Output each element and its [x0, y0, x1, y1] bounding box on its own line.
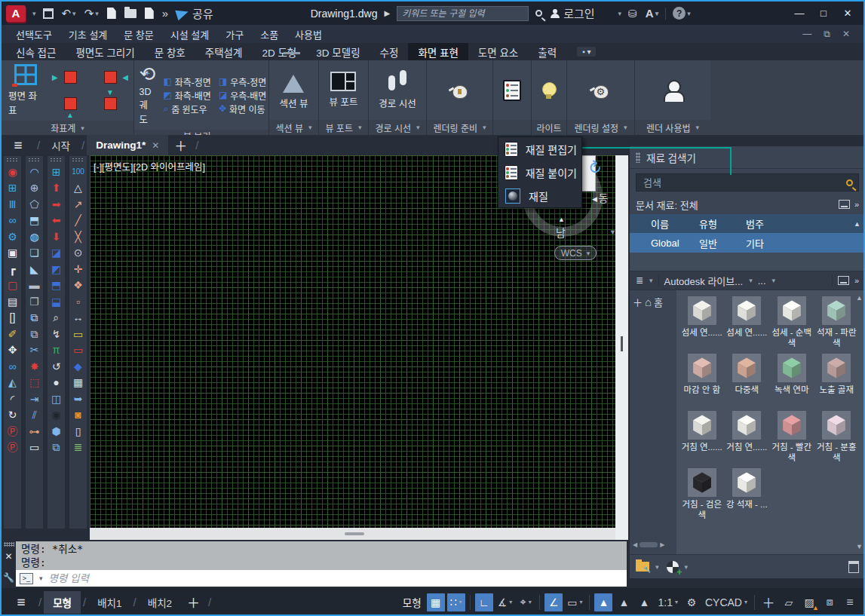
annotation-scale-button[interactable]: ▲ [635, 593, 653, 611]
layout-tab-배치2[interactable]: 배치2 [139, 591, 181, 614]
diagonal-line-icon[interactable]: ╱ [69, 213, 87, 229]
object-snap-tracking-button[interactable]: ⌖▾ [517, 593, 535, 611]
ribbon-tab[interactable]: 신속 접근 [6, 43, 66, 60]
tree-horizontal-scrollbar[interactable]: ◀ ▶ [633, 541, 673, 548]
cone-sphere-icon[interactable]: ◣ [26, 261, 43, 277]
fence-icon[interactable]: Ⅲ [4, 196, 21, 213]
orbit-3d-button[interactable]: ⟲ 3D궤도 [136, 63, 159, 127]
orbit-icon[interactable]: ↺ [48, 358, 65, 375]
keyword-search-input[interactable] [397, 6, 529, 21]
materials-browser-titlebar[interactable]: 재료 검색기 [630, 146, 865, 169]
library-select-dropdown[interactable]: Autodesk 라이브...▾ [664, 274, 753, 288]
move-icon[interactable]: ✥ [4, 342, 21, 359]
viewport-controls-label[interactable]: [-][평면도][2D 와이어프레임] [94, 159, 205, 173]
small-square-icon[interactable]: ▫ [69, 293, 87, 310]
doc-materials-expand-icon[interactable]: » [854, 200, 859, 209]
scroll-right-icon[interactable]: ▶ [660, 541, 664, 548]
compass-menu-chevron-icon[interactable]: ▼ [609, 228, 615, 236]
preview-options-icon[interactable] [848, 561, 859, 573]
document-icon[interactable]: ▯ [69, 423, 87, 440]
iso-view-se-icon[interactable]: ⬒ [48, 277, 65, 294]
toolbar-grip-icon[interactable] [6, 158, 19, 162]
display-mode-icon[interactable] [839, 200, 850, 209]
dim-linear-icon[interactable]: ↔ [69, 310, 87, 326]
horizontal-scrollbar[interactable] [90, 528, 615, 540]
render-usage-button[interactable] [659, 78, 686, 103]
snap-mode-button[interactable]: ∷▾ [447, 593, 465, 611]
add-status-item-button[interactable]: ＋ [759, 593, 778, 611]
grid-display-button[interactable]: ▦ [427, 593, 445, 611]
grip-dots-icon[interactable] [4, 542, 14, 547]
settings-gear-button[interactable]: ⚙ [682, 593, 701, 611]
material-thumbnail[interactable]: 섬세 - 순백색 [771, 296, 813, 349]
login-button[interactable]: 로그인 [549, 5, 596, 21]
menu-item-재질-붙이기[interactable]: 재질 붙이기 [498, 161, 581, 184]
layout-tab-모형[interactable]: 모형 [44, 591, 81, 614]
fillet-icon[interactable]: ◜ [4, 391, 21, 407]
cylinder-icon[interactable]: ⬢ [48, 423, 65, 440]
library-view-icon[interactable] [838, 276, 849, 285]
view-from-top-button[interactable]: ▼ [90, 91, 130, 117]
sort-ascending-icon[interactable]: ▲ [854, 220, 865, 228]
camera-icon[interactable]: ◉ [48, 407, 65, 424]
material-thumbnail[interactable]: 거침 - 검은색 [681, 468, 723, 521]
ortho-mode-button[interactable]: ∟ [475, 593, 493, 611]
vertical-scroll-thumb[interactable] [621, 336, 623, 351]
toolbar-overflow-chevron-icon[interactable]: » [161, 7, 170, 20]
view-up-icon[interactable]: ⬆ [48, 180, 65, 197]
copy-loop-icon[interactable]: ∞ [4, 358, 21, 375]
doc-restore-button[interactable]: ⧉ [824, 29, 830, 39]
library-expand-icon[interactable]: » [854, 276, 859, 285]
polyline-edit-1-icon[interactable]: Ⓟ [4, 423, 21, 440]
render-settings-button[interactable]: ⚙ [587, 81, 615, 100]
clean-screen-button[interactable]: ⧈ [821, 593, 839, 611]
section-view-button[interactable]: 섹션 뷰 [277, 69, 311, 112]
vertical-scrollbar[interactable] [615, 155, 628, 540]
create-material-button[interactable]: ▾ [667, 561, 689, 573]
ribbon-tab[interactable]: 평면도 그리기 [66, 43, 144, 60]
toolbar-grip-icon[interactable] [50, 158, 63, 162]
material-thumbnail[interactable]: 섬세 연...... [681, 296, 723, 349]
window-blue-icon[interactable]: ⊞ [48, 164, 65, 180]
render-prep-panel-label[interactable]: 렌더링 준비▾ [427, 120, 492, 135]
light-panel-label[interactable]: 라이트 [532, 120, 566, 135]
search-button[interactable] [534, 10, 544, 17]
loft-icon[interactable]: ◍ [26, 228, 43, 245]
circle-center-icon[interactable]: ⊕ [26, 180, 43, 197]
cubes-blue-icon[interactable]: ⧉ [26, 310, 43, 326]
dynamic-input-button[interactable]: ▭▾ [565, 593, 584, 611]
redo-button[interactable]: ↷▾ [83, 7, 100, 20]
chevron-down-icon[interactable]: ▾ [579, 599, 582, 605]
menu-item[interactable]: 가구 [219, 26, 250, 43]
ribbon-tab[interactable]: 수정 [370, 43, 409, 60]
plan-coordinates-button[interactable]: 평면 좌표 [5, 63, 46, 118]
polygon-icon[interactable]: ⬠ [26, 196, 43, 213]
point-ring-icon[interactable]: ❖ [69, 277, 87, 294]
tab-drawing1[interactable]: Drawing1*✕ [87, 135, 168, 155]
block-icon[interactable]: ▤ [4, 293, 21, 310]
snap-angle-button[interactable]: ∠ [544, 593, 563, 611]
crosshair-icon[interactable]: ✛ [69, 261, 87, 277]
view-down-icon[interactable]: ⬇ [48, 228, 65, 245]
material-thumbnail[interactable]: 마감 안 함 [681, 354, 723, 406]
connector-icon[interactable]: ↗ [69, 196, 87, 213]
material-thumbnail[interactable]: 거침 연...... [726, 411, 768, 464]
panel-grip-icon[interactable] [636, 152, 640, 163]
help-button[interactable]: ?▾ [671, 7, 692, 20]
menu-item[interactable]: 문 창문 [117, 26, 161, 43]
model-space-label[interactable]: 모형 [403, 595, 422, 610]
menu-item[interactable]: 기초 설계 [62, 26, 114, 43]
thumbs-scroll-up-icon[interactable]: ▲ [856, 294, 863, 302]
library-more-dropdown[interactable]: ...▾ [758, 275, 775, 287]
materials-search-input[interactable] [642, 176, 842, 189]
view-button[interactable]: ◨우측-정면 [219, 75, 267, 88]
chevron-down-icon[interactable]: ▾ [529, 599, 532, 605]
union-icon[interactable]: ❏ [26, 245, 43, 262]
column-type[interactable]: 유형 [699, 216, 746, 231]
trim-scissors-icon[interactable]: ✂ [26, 342, 43, 359]
spline-icon[interactable]: ◠ [26, 164, 43, 180]
align-icon[interactable]: ⇥ [26, 391, 43, 407]
window-small-icon[interactable]: ▭ [26, 440, 43, 456]
search-expand-icon[interactable]: ▶ [382, 9, 391, 17]
library-list-button[interactable]: ≣▾ [636, 275, 653, 286]
